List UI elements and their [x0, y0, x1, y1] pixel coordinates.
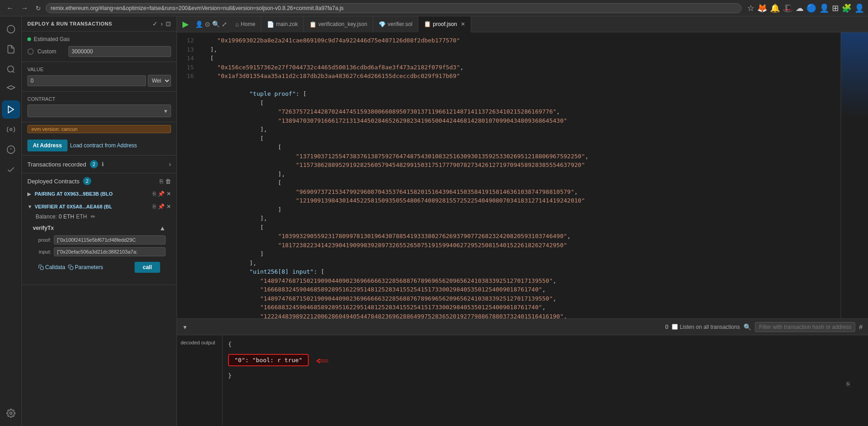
decoded-output-label: decoded output: [181, 340, 215, 345]
sidebar-item-files[interactable]: [2, 40, 20, 58]
pairing-copy-icon[interactable]: ⎘: [153, 191, 156, 197]
minimap-content: [841, 32, 868, 318]
filter-input[interactable]: [755, 322, 855, 332]
sidebar-item-home[interactable]: [2, 20, 20, 38]
custom-radio[interactable]: [27, 48, 34, 55]
custom-gas-input[interactable]: [68, 46, 171, 57]
pairing-chevron-icon: ▶: [27, 191, 33, 197]
input-param-input[interactable]: [54, 247, 166, 256]
sidebar-item-test[interactable]: [2, 161, 20, 179]
panel-title: DEPLOY & RUN TRANSACTIONS: [27, 21, 112, 26]
calldata-button[interactable]: Calldata: [38, 262, 65, 273]
url-input[interactable]: [51, 5, 737, 11]
star-icon[interactable]: ☆: [747, 3, 754, 13]
maximize-icon-btn[interactable]: ⤢: [222, 21, 227, 28]
verifier-copy-icon[interactable]: ⎘: [153, 203, 156, 210]
decoded-output-row: "0": "bool: r true" ⇐: [228, 349, 863, 370]
chevron-right-icon: ›: [169, 161, 171, 168]
svg-rect-10: [41, 267, 44, 270]
verifier-contract-header[interactable]: ▼ VERIFIER AT 0X5A8...AEA68 (BL ⎘ 📌 ✕: [27, 202, 171, 212]
collapse-output-icon[interactable]: ▾: [182, 322, 187, 332]
check-icon[interactable]: ✓: [152, 20, 158, 27]
load-contract-button[interactable]: Load contract from Address: [70, 140, 137, 151]
pairing-contract-item: ▶ PAIRING AT 0X963...9BE3B (BLO ⎘ 📌 ✕: [27, 189, 171, 199]
verifier-delete-icon[interactable]: ✕: [166, 203, 171, 210]
filter-search-icon[interactable]: 🔍: [743, 323, 751, 331]
contract-section: CONTRACT ▾: [22, 92, 177, 122]
decoded-result-text: "0": "bool: r true": [234, 357, 302, 364]
tab-sol-label: verifier.sol: [388, 21, 412, 27]
circle-icon: 🔵: [806, 3, 816, 13]
sidebar-item-solidity[interactable]: [2, 80, 20, 99]
verifier-contract-item: ▼ VERIFIER AT 0X5A8...AEA68 (BL ⎘ 📌 ✕ Ba…: [27, 202, 171, 278]
forward-icon[interactable]: ›: [161, 20, 163, 27]
proof-tab-icon: 📋: [424, 21, 431, 27]
sidebar-item-settings[interactable]: [2, 404, 20, 422]
value-section: VALUE Wei: [22, 62, 177, 92]
eth-label: ETH: [76, 213, 87, 220]
layout-icon[interactable]: ⊡: [166, 20, 171, 27]
parameters-button[interactable]: Parameters: [68, 262, 103, 273]
panel-header: DEPLOY & RUN TRANSACTIONS ✓ › ⊡: [22, 16, 177, 31]
tab-main-zok[interactable]: 📄 main.zok: [261, 16, 304, 32]
copy-all-icon[interactable]: ⎘: [160, 178, 163, 185]
call-button[interactable]: call: [135, 262, 160, 273]
balance-edit-icon[interactable]: ✏: [91, 213, 95, 220]
info-icon[interactable]: ℹ: [102, 161, 104, 167]
back-button[interactable]: ←: [4, 3, 16, 13]
deployed-contracts-section: Deployed Contracts 2 ⎘ 🗑 ▶ PAIRING AT 0X…: [22, 173, 177, 285]
pairing-contract-header[interactable]: ▶ PAIRING AT 0X963...9BE3B (BLO ⎘ 📌 ✕: [27, 189, 171, 199]
tab-verifier-sol[interactable]: 💎 verifier.sol: [373, 16, 418, 32]
reload-button[interactable]: ↻: [33, 4, 44, 13]
tab-proof-json[interactable]: 📋 proof.json ✕: [418, 16, 471, 32]
at-address-row: At Address Load contract from Address: [22, 136, 177, 156]
wei-select[interactable]: Wei: [148, 75, 171, 87]
svg-rect-11: [70, 267, 73, 270]
custom-row: Custom: [27, 46, 171, 57]
collapse-button[interactable]: ▲: [159, 224, 166, 232]
browser-top-right: ☆ 🦊 🔔 🎩 ☁ 🔵 👤 ⊞ 🧩 👤: [747, 3, 864, 13]
tab-proof-label: proof.json: [433, 21, 457, 27]
delete-all-icon[interactable]: 🗑: [165, 178, 171, 185]
pairing-delete-icon[interactable]: ✕: [166, 191, 171, 197]
gas-row: Estimated Gas: [27, 36, 171, 42]
vkey-tab-icon: 📋: [309, 21, 317, 28]
account-icon-btn[interactable]: 👤: [195, 21, 203, 28]
value-label: VALUE: [27, 67, 171, 72]
dc-title-row: Deployed Contracts 2: [27, 177, 91, 185]
sidebar-item-search[interactable]: [2, 60, 20, 78]
svg-marker-3: [7, 86, 15, 89]
run-button[interactable]: ▶: [179, 19, 192, 29]
transactions-section[interactable]: Transactions recorded 2 ℹ ›: [22, 156, 177, 173]
svg-point-9: [10, 412, 12, 415]
forward-button[interactable]: →: [18, 3, 31, 13]
value-input[interactable]: [27, 75, 146, 86]
tab-home[interactable]: ⌂ Home: [230, 16, 261, 32]
proof-param-row: proof:: [33, 235, 166, 244]
address-bar[interactable]: [46, 3, 742, 13]
gas-indicator: [27, 37, 31, 41]
tab-home-label: Home: [241, 21, 255, 27]
search-icon-btn[interactable]: 🔍: [212, 21, 220, 28]
code-content: "0x199693022ba8e2a241cae869109c9d74a9224…: [198, 32, 841, 318]
profile-icon: 👤: [854, 3, 864, 13]
tab-close-button[interactable]: ✕: [461, 21, 465, 27]
bottom-bar: ▾ 0 Listen on all transactions 🔍 #: [177, 318, 868, 335]
browser-toolbar: ← → ↻ ☆ 🦊 🔔 🎩 ☁ 🔵 👤 ⊞ 🧩 👤: [0, 0, 868, 16]
balance-label: Balance:: [36, 213, 57, 220]
proof-param-input[interactable]: [54, 235, 166, 244]
copy-output-icon[interactable]: ⎘: [847, 381, 850, 387]
at-address-button[interactable]: At Address: [27, 140, 68, 151]
sidebar-item-deploy[interactable]: [2, 100, 20, 119]
verifier-pin-icon[interactable]: 📌: [158, 203, 165, 210]
contract-select[interactable]: [27, 104, 171, 117]
toolbar-icons: 👤 ⊙ 🔍 ⤢: [192, 21, 230, 28]
sidebar-item-debug[interactable]: [2, 140, 20, 159]
output-area: decoded output { "0": "bool: r true" ⇐ }…: [177, 335, 868, 426]
minimap: [841, 32, 868, 318]
toggle-icon-btn[interactable]: ⊙: [205, 21, 210, 28]
pairing-pin-icon[interactable]: 📌: [158, 191, 165, 197]
tab-verification-key[interactable]: 📋 verification_key.json: [304, 16, 373, 32]
listen-checkbox[interactable]: [672, 324, 678, 330]
sidebar-item-plugin[interactable]: [2, 120, 20, 139]
